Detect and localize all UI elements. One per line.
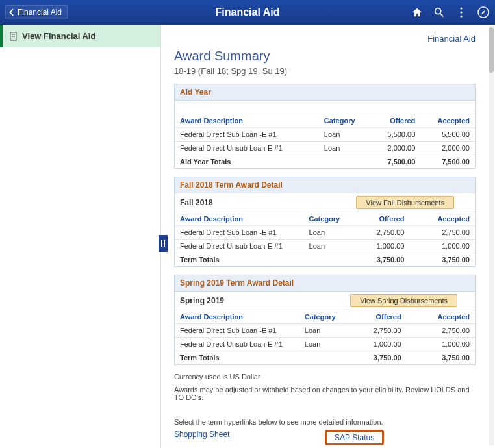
- page-title: Award Summary: [174, 49, 476, 64]
- currency-note: Currency used is US Dollar: [174, 373, 476, 380]
- chevron-left-icon: [8, 8, 16, 16]
- table-header-row: Award Description Category Offered Accep…: [175, 212, 475, 226]
- table-row: Federal Direct Unsub Loan-E #1Loan1,000.…: [175, 338, 475, 351]
- aid-year-table: Award Description Category Offered Accep…: [175, 114, 475, 168]
- table-row: Federal Direct Sub Loan -E #1 Loan 5,500…: [175, 128, 475, 142]
- table-row: Federal Direct Unsub Loan-E #1 Loan 2,00…: [175, 142, 475, 155]
- spring-term-label: Spring 2019: [175, 292, 345, 310]
- table-header-row: Award Description Category Offered Accep…: [175, 114, 475, 128]
- sidebar-item-label: View Financial Aid: [22, 31, 95, 41]
- spring-term-section: Spring 2019 Term Award Detail Spring 201…: [174, 275, 476, 365]
- totals-row: Term Totals3,750.003,750.00: [175, 351, 475, 365]
- more-icon[interactable]: [455, 6, 468, 19]
- sidebar-item-view-financial-aid[interactable]: View Financial Aid: [0, 25, 160, 47]
- svg-line-1: [440, 14, 444, 17]
- top-icons: [411, 6, 490, 19]
- scrollbar-track[interactable]: [489, 26, 494, 445]
- col-desc: Award Description: [175, 114, 319, 128]
- sidebar: View Financial Aid: [0, 25, 161, 448]
- table-header-row: Award Description Category Offered Accep…: [175, 310, 475, 324]
- spring-table: Spring 2019 View Spring Disbursements Aw…: [175, 292, 475, 364]
- back-button[interactable]: Financial Aid: [5, 5, 68, 19]
- main-content: Financial Aid Award Summary 18-19 (Fall …: [161, 25, 487, 448]
- svg-rect-10: [164, 240, 165, 247]
- back-label: Financial Aid: [18, 8, 62, 17]
- aid-year-section: Aid Year Award Description Category Offe…: [174, 84, 476, 169]
- fall-table: Fall 2018 View Fall Disbursements Award …: [175, 193, 475, 266]
- col-off: Offered: [372, 114, 420, 128]
- table-row: Federal Direct Unsub Loan-E #1Loan1,000.…: [175, 240, 475, 253]
- view-spring-disbursements-button[interactable]: View Spring Disbursements: [350, 294, 457, 307]
- svg-point-3: [460, 11, 462, 13]
- svg-point-0: [435, 8, 441, 14]
- fall-heading: Fall 2018 Term Award Detail: [175, 177, 475, 193]
- search-icon[interactable]: [433, 6, 446, 19]
- top-bar: Financial Aid Financial Aid: [0, 0, 495, 25]
- col-cat: Category: [319, 114, 372, 128]
- svg-rect-9: [161, 240, 162, 247]
- pause-icon: [160, 240, 166, 247]
- scrollbar-thumb[interactable]: [489, 27, 494, 73]
- fall-term-label: Fall 2018: [175, 193, 351, 212]
- totals-row: Aid Year Totals 7,500.00 7,500.00: [175, 155, 475, 169]
- shopping-sheet-link[interactable]: Shopping Sheet: [174, 430, 229, 439]
- page-subtitle: 18-19 (Fall 18; Spg 19, Su 19): [174, 66, 476, 76]
- sap-status-link[interactable]: SAP Status: [335, 433, 374, 442]
- table-row: Federal Direct Sub Loan -E #1Loan2,750.0…: [175, 324, 475, 338]
- adjust-note: Awards may be adjusted or withheld based…: [174, 386, 476, 401]
- collapse-sidebar-button[interactable]: [159, 235, 168, 252]
- compass-icon[interactable]: [477, 6, 490, 19]
- aid-year-heading: Aid Year: [175, 84, 475, 101]
- document-icon: [9, 32, 18, 41]
- hyperlinks-note: Select the term hyperlinks below to see …: [174, 418, 476, 426]
- fall-term-section: Fall 2018 Term Award Detail Fall 2018 Vi…: [174, 177, 476, 267]
- spring-heading: Spring 2019 Term Award Detail: [175, 275, 475, 292]
- svg-point-2: [460, 7, 462, 9]
- home-icon[interactable]: [411, 6, 424, 19]
- breadcrumb-link[interactable]: Financial Aid: [427, 34, 476, 44]
- svg-point-4: [460, 15, 462, 17]
- page-header-title: Financial Aid: [216, 6, 280, 18]
- col-acc: Accepted: [420, 114, 475, 128]
- totals-row: Term Totals3,750.003,750.00: [175, 253, 475, 267]
- table-row: Federal Direct Sub Loan -E #1Loan2,750.0…: [175, 226, 475, 240]
- view-fall-disbursements-button[interactable]: View Fall Disbursements: [356, 196, 454, 209]
